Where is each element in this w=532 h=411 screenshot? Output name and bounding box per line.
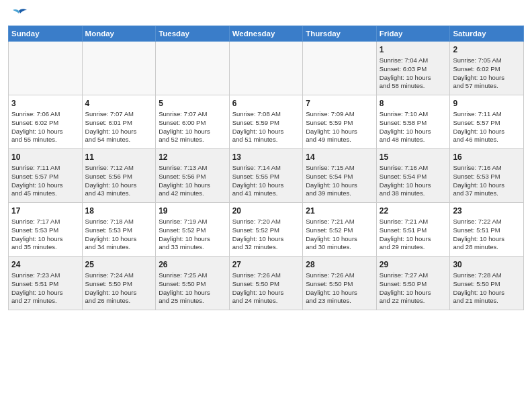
day-number: 20 bbox=[232, 205, 300, 216]
calendar-cell bbox=[303, 41, 377, 95]
calendar-cell: 18Sunrise: 7:18 AMSunset: 5:53 PMDayligh… bbox=[82, 202, 156, 256]
day-number: 4 bbox=[85, 98, 153, 109]
calendar-cell: 28Sunrise: 7:26 AMSunset: 5:50 PMDayligh… bbox=[303, 256, 377, 310]
calendar-cell: 16Sunrise: 7:16 AMSunset: 5:53 PMDayligh… bbox=[450, 148, 524, 202]
day-number: 2 bbox=[453, 44, 521, 55]
calendar-cell: 14Sunrise: 7:15 AMSunset: 5:54 PMDayligh… bbox=[303, 148, 377, 202]
calendar-cell: 19Sunrise: 7:19 AMSunset: 5:52 PMDayligh… bbox=[156, 202, 230, 256]
calendar-cell: 12Sunrise: 7:13 AMSunset: 5:56 PMDayligh… bbox=[156, 148, 230, 202]
logo-bird-icon bbox=[9, 8, 28, 21]
day-number: 10 bbox=[11, 152, 79, 163]
calendar-cell: 13Sunrise: 7:14 AMSunset: 5:55 PMDayligh… bbox=[229, 148, 303, 202]
calendar-cell: 21Sunrise: 7:21 AMSunset: 5:52 PMDayligh… bbox=[303, 202, 377, 256]
day-number: 24 bbox=[11, 259, 79, 270]
day-number: 8 bbox=[380, 98, 447, 109]
day-number: 21 bbox=[306, 205, 373, 216]
day-number: 15 bbox=[380, 152, 447, 163]
day-number: 5 bbox=[159, 98, 226, 109]
calendar-cell: 29Sunrise: 7:27 AMSunset: 5:50 PMDayligh… bbox=[376, 256, 450, 310]
calendar-week-1: 1Sunrise: 7:04 AMSunset: 6:03 PMDaylight… bbox=[9, 41, 524, 95]
calendar-cell: 9Sunrise: 7:11 AMSunset: 5:57 PMDaylight… bbox=[450, 95, 524, 148]
calendar-header-tuesday: Tuesday bbox=[156, 26, 230, 41]
calendar-cell bbox=[9, 41, 83, 95]
day-number: 11 bbox=[85, 152, 153, 163]
calendar-cell: 6Sunrise: 7:08 AMSunset: 5:59 PMDaylight… bbox=[229, 95, 303, 148]
day-number: 12 bbox=[159, 152, 226, 163]
day-number: 1 bbox=[380, 44, 447, 55]
calendar-cell: 17Sunrise: 7:17 AMSunset: 5:53 PMDayligh… bbox=[9, 202, 83, 256]
calendar-week-2: 3Sunrise: 7:06 AMSunset: 6:02 PMDaylight… bbox=[9, 95, 524, 148]
calendar-cell bbox=[82, 41, 156, 95]
calendar-header-wednesday: Wednesday bbox=[229, 26, 303, 41]
calendar-cell: 4Sunrise: 7:07 AMSunset: 6:01 PMDaylight… bbox=[82, 95, 156, 148]
calendar-header-thursday: Thursday bbox=[303, 26, 377, 41]
calendar-header-monday: Monday bbox=[82, 26, 156, 41]
calendar-header-friday: Friday bbox=[376, 26, 450, 41]
calendar-week-4: 17Sunrise: 7:17 AMSunset: 5:53 PMDayligh… bbox=[9, 202, 524, 256]
calendar-cell: 30Sunrise: 7:28 AMSunset: 5:50 PMDayligh… bbox=[450, 256, 524, 310]
calendar-table: SundayMondayTuesdayWednesdayThursdayFrid… bbox=[8, 26, 524, 310]
day-number: 6 bbox=[232, 98, 300, 109]
day-number: 13 bbox=[232, 152, 300, 163]
calendar-cell: 1Sunrise: 7:04 AMSunset: 6:03 PMDaylight… bbox=[376, 41, 450, 95]
header bbox=[8, 7, 524, 21]
day-number: 26 bbox=[159, 259, 226, 270]
calendar-cell: 11Sunrise: 7:12 AMSunset: 5:56 PMDayligh… bbox=[82, 148, 156, 202]
calendar-cell bbox=[156, 41, 230, 95]
calendar-cell: 10Sunrise: 7:11 AMSunset: 5:57 PMDayligh… bbox=[9, 148, 83, 202]
calendar-week-3: 10Sunrise: 7:11 AMSunset: 5:57 PMDayligh… bbox=[9, 148, 524, 202]
calendar-cell: 27Sunrise: 7:26 AMSunset: 5:50 PMDayligh… bbox=[229, 256, 303, 310]
day-number: 22 bbox=[380, 205, 447, 216]
day-number: 29 bbox=[380, 259, 447, 270]
day-number: 25 bbox=[85, 259, 153, 270]
calendar-header-saturday: Saturday bbox=[450, 26, 524, 41]
day-number: 3 bbox=[11, 98, 79, 109]
day-number: 7 bbox=[306, 98, 373, 109]
calendar-week-5: 24Sunrise: 7:23 AMSunset: 5:51 PMDayligh… bbox=[9, 256, 524, 310]
calendar-cell: 24Sunrise: 7:23 AMSunset: 5:51 PMDayligh… bbox=[9, 256, 83, 310]
day-number: 19 bbox=[159, 205, 226, 216]
calendar-cell: 23Sunrise: 7:22 AMSunset: 5:51 PMDayligh… bbox=[450, 202, 524, 256]
day-number: 23 bbox=[453, 205, 521, 216]
calendar-cell: 5Sunrise: 7:07 AMSunset: 6:00 PMDaylight… bbox=[156, 95, 230, 148]
calendar-header-row: SundayMondayTuesdayWednesdayThursdayFrid… bbox=[9, 26, 524, 41]
day-number: 30 bbox=[453, 259, 521, 270]
calendar-header-sunday: Sunday bbox=[9, 26, 83, 41]
day-number: 17 bbox=[11, 205, 79, 216]
calendar-cell bbox=[229, 41, 303, 95]
calendar-cell: 3Sunrise: 7:06 AMSunset: 6:02 PMDaylight… bbox=[9, 95, 83, 148]
day-number: 28 bbox=[306, 259, 373, 270]
logo bbox=[8, 7, 28, 21]
day-number: 14 bbox=[306, 152, 373, 163]
calendar-cell: 20Sunrise: 7:20 AMSunset: 5:52 PMDayligh… bbox=[229, 202, 303, 256]
day-number: 9 bbox=[453, 98, 521, 109]
calendar-cell: 8Sunrise: 7:10 AMSunset: 5:58 PMDaylight… bbox=[376, 95, 450, 148]
calendar-cell: 26Sunrise: 7:25 AMSunset: 5:50 PMDayligh… bbox=[156, 256, 230, 310]
day-number: 27 bbox=[232, 259, 300, 270]
page-container: SundayMondayTuesdayWednesdayThursdayFrid… bbox=[0, 0, 532, 314]
calendar-cell: 7Sunrise: 7:09 AMSunset: 5:59 PMDaylight… bbox=[303, 95, 377, 148]
day-number: 18 bbox=[85, 205, 153, 216]
calendar-cell: 15Sunrise: 7:16 AMSunset: 5:54 PMDayligh… bbox=[376, 148, 450, 202]
day-number: 16 bbox=[453, 152, 521, 163]
calendar-cell: 2Sunrise: 7:05 AMSunset: 6:02 PMDaylight… bbox=[450, 41, 524, 95]
calendar-cell: 25Sunrise: 7:24 AMSunset: 5:50 PMDayligh… bbox=[82, 256, 156, 310]
calendar-cell: 22Sunrise: 7:21 AMSunset: 5:51 PMDayligh… bbox=[376, 202, 450, 256]
